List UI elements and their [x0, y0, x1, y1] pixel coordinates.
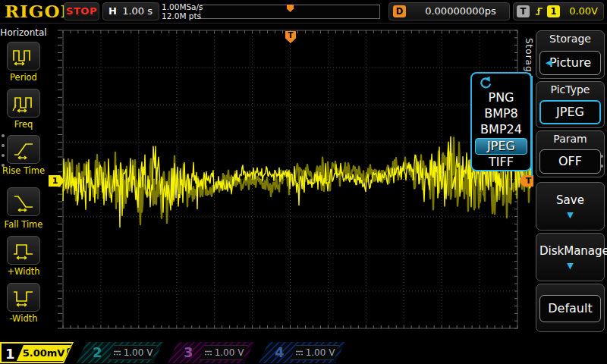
channel1-number: 1 [5, 346, 15, 362]
save-button[interactable]: Save ▼ [539, 186, 601, 227]
storage-header: Storage [536, 31, 604, 46]
channel3-scale: 1.00 V [200, 345, 248, 360]
rising-edge-icon [533, 5, 546, 17]
channel1-volts-per-div: 5.00mV [23, 347, 65, 359]
menu-page-dot [600, 155, 603, 158]
storage-section: Storage ◀ Picture [536, 30, 605, 79]
diskmanage-section: DiskManage ▼ [536, 233, 605, 281]
channel3-volts-per-div: 1.00 V [215, 347, 244, 358]
measure-minus-width-button[interactable] [7, 283, 40, 312]
channel4-number: 4 [275, 344, 285, 361]
measure-category-title: Horizontal [0, 27, 47, 38]
trigger-level-marker[interactable]: T [519, 175, 535, 187]
sidebar-page-dot [2, 144, 5, 147]
measure-fall-time-label: Fall Time [0, 219, 47, 230]
measure-rise-time-button[interactable] [7, 135, 40, 164]
popup-item-bmp24[interactable]: BMP24 [475, 122, 527, 137]
memory-depth: 12.0M pts [162, 11, 203, 20]
pictype-header: PicType [536, 82, 604, 97]
sample-rate-readout: 1.00MSa/s 12.0M pts [162, 2, 203, 20]
status-bar: RIGOL STOP H 1.00 s 1.00MSa/s 12.0M pts … [0, 0, 607, 24]
default-section: Default [536, 284, 605, 332]
delay-readout-box: D 0.00000000ps [388, 2, 510, 20]
delay-value: 0.00000000ps [412, 3, 509, 20]
horizontal-timebase-box: H 1.00 s [102, 2, 159, 20]
popup-item-bmp8[interactable]: BMP8 [475, 106, 527, 121]
popup-item-jpeg[interactable]: JPEG [475, 138, 527, 155]
pictype-section: PicType JPEG [536, 81, 605, 128]
dc-coupling-icon [113, 350, 121, 356]
rise-time-icon [11, 139, 36, 160]
dc-coupling-icon [17, 350, 20, 357]
minus-width-icon [11, 287, 36, 308]
delay-label: D [393, 5, 406, 17]
channel3-number: 3 [184, 344, 193, 361]
channel2-scale: 1.00 V [109, 345, 157, 360]
measure-period-button[interactable] [7, 42, 40, 71]
channel2-volts-per-div: 1.00 V [124, 347, 153, 358]
measure-freq-button[interactable] [7, 89, 40, 118]
dc-coupling-icon [295, 350, 304, 356]
run-state-indicator: STOP [64, 2, 99, 20]
measure-sidebar: Horizontal Period Freq Rise Time [0, 23, 47, 341]
sidebar-page-dot [2, 134, 5, 137]
measure-plus-width-label: +Width [0, 266, 47, 277]
save-section: Save ▼ [536, 182, 605, 231]
diskmanage-button[interactable]: DiskManage ▼ [539, 237, 601, 278]
oscilloscope-screen: T 1 T RIGOL STOP H 1.00 s 1.00MSa/s 12.0… [0, 0, 607, 364]
pictype-button[interactable]: JPEG [539, 100, 601, 124]
measure-fall-time-button[interactable] [7, 187, 40, 216]
sidebar-page-dot [2, 154, 5, 157]
channel4-scale: 1.00 V [291, 345, 339, 360]
sidebar-page-dot [2, 164, 5, 167]
measure-rise-time-label: Rise Time [0, 165, 47, 176]
period-icon [11, 46, 36, 67]
measure-freq-label: Freq [0, 119, 47, 130]
channel4-volts-per-div: 1.00 V [306, 347, 335, 358]
plus-width-icon [11, 240, 36, 261]
measure-minus-width-label: -Width [0, 313, 47, 324]
trigger-readout-box: T 1 0.00V [513, 2, 604, 20]
measure-plus-width-button[interactable] [7, 236, 40, 265]
timebase-value: 1.00 s [122, 3, 153, 20]
down-arrow-icon: ▼ [539, 261, 601, 271]
fall-time-icon [11, 191, 36, 212]
storage-menu: Storage ◀ Picture PicType JPEG Param OFF… [533, 23, 607, 341]
channel3-label[interactable]: 3 1.00 V [168, 342, 254, 363]
trigger-source-badge: 1 [547, 5, 560, 17]
picture-button-label: Picture [549, 55, 591, 70]
channel2-label[interactable]: 2 1.00 V [77, 342, 163, 363]
diskmanage-button-label: DiskManage [539, 244, 601, 258]
trigger-label: T [517, 5, 530, 17]
channel4-label[interactable]: 4 1.00 V [259, 342, 345, 363]
dc-coupling-icon [204, 350, 212, 356]
channel2-number: 2 [93, 344, 102, 361]
channel1-inner: 1 5.00mV B [2, 344, 72, 362]
popup-item-tiff[interactable]: TIFF [475, 155, 527, 170]
param-header: Param [536, 131, 604, 146]
param-section: Param OFF [536, 130, 605, 177]
default-button[interactable]: Default [539, 295, 601, 322]
left-arrow-icon: ◀ [546, 52, 552, 74]
trigger-level-value: 0.00V [569, 3, 598, 20]
popup-item-png[interactable]: PNG [475, 90, 527, 105]
channel1-scale: 5.00mV B [17, 345, 73, 361]
pictype-popup: PNG BMP8 BMP24 JPEG TIFF [470, 72, 532, 171]
h-label: H [109, 3, 117, 20]
save-button-label: Save [539, 193, 601, 207]
graticule-and-waveform [0, 0, 607, 364]
down-arrow-icon: ▼ [539, 210, 601, 220]
measure-period-label: Period [0, 72, 47, 83]
freq-icon [11, 93, 36, 114]
cycle-icon [477, 76, 492, 89]
channel1-offset-marker[interactable]: 1 [49, 175, 64, 187]
sample-rate: 1.00MSa/s [162, 2, 203, 11]
menu-page-dot [600, 165, 603, 168]
picture-button[interactable]: ◀ Picture [539, 51, 601, 75]
trigger-position-marker[interactable]: T [285, 31, 296, 43]
channel-bar: 1 5.00mV B 2 1.00 V [0, 341, 607, 364]
channel1-label[interactable]: 1 5.00mV B [0, 342, 74, 363]
bandwidth-limit-badge: B [67, 348, 73, 359]
param-button[interactable]: OFF [539, 149, 601, 174]
